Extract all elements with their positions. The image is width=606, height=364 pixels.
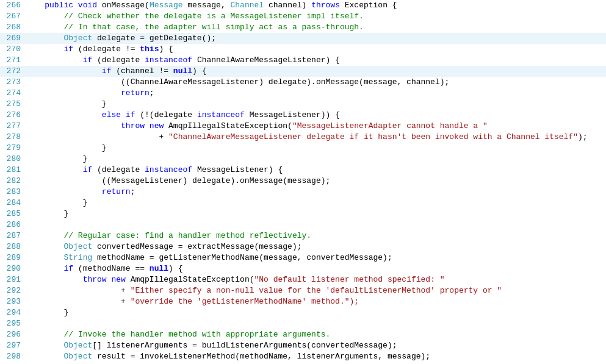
line-number: 275 [0,99,26,110]
line-number: 282 [0,176,26,187]
line-content: + "ChannelAwareMessageListener delegate … [26,132,588,143]
token: (delegate != [73,45,140,54]
token: new [150,121,164,130]
code-line: 272 if (channel != null) { [0,66,606,77]
line-content: } [26,143,107,154]
line-number: 276 [0,110,26,121]
line-content: throw new AmqpIllegalStateException("Mes… [26,121,488,132]
token: ) { [192,66,206,76]
token: Object [63,242,92,251]
code-line: 298 Object result = invokeListenerMethod… [0,351,606,362]
token: "ChannelAwareMessageListener delegate if… [168,132,578,141]
line-number: 278 [0,132,26,143]
token [121,110,126,120]
token: throw [121,121,145,130]
code-line: 287 // Regular case: find a handler meth… [0,230,606,241]
token: // Check whether the delegate is a Messa… [63,12,363,21]
token: + [26,286,131,295]
token [26,275,83,284]
line-content: } [26,99,107,110]
token: + [26,132,168,141]
code-line: 278 + "ChannelAwareMessageListener deleg… [0,132,606,143]
token: "override the 'getListenerMethodName' me… [131,297,359,306]
token: instanceof [145,55,192,65]
token: } [26,209,68,218]
token: MessageListener) { [192,165,283,174]
token [26,55,83,65]
token: (delegate [92,165,145,174]
code-line: 279 } [0,143,606,154]
code-line: 286 [0,219,606,230]
token: methodName = getListenerMethodName(messa… [92,253,392,262]
line-content: Object result = invokeListenerMethod(met… [26,351,430,362]
line-content: Object delegate = getDelegate(); [26,33,216,44]
line-content: if (delegate != this) { [26,44,173,55]
token: convertedMessage = extractMessage(messag… [92,242,301,251]
line-number: 285 [0,209,26,219]
line-content: // In that case, the adapter will simply… [26,22,364,33]
code-line: 289 String methodName = getListenerMetho… [0,252,606,263]
token: (channel != [111,66,173,76]
token: } [26,198,87,207]
token: (!(delegate [135,110,197,120]
token [26,264,63,273]
token: result = invokeListenerMethod(methodName… [92,352,430,361]
line-number: 287 [0,230,26,241]
code-line: 297 Object[] listenerArguments = buildLi… [0,340,606,351]
token [26,352,63,361]
line-content: ((ChannelAwareMessageListener) delegate)… [26,77,449,88]
code-line: 284 } [0,198,606,209]
token [26,110,102,120]
code-line: 290 if (methodName == null) { [0,263,606,274]
token: this [140,45,159,54]
token: Object [63,352,92,361]
line-number: 267 [0,11,26,22]
code-line: 273 ((ChannelAwareMessageListener) deleg… [0,77,606,88]
code-line: 275 } [0,99,606,110]
token: Message [150,1,183,10]
token: public [45,1,73,10]
token [145,121,150,130]
token: else [102,110,121,120]
line-number: 268 [0,22,26,33]
line-content: } [26,209,68,219]
code-line: 268 // In that case, the adapter will si… [0,22,606,33]
code-editor: 266 public void onMessage(Message messag… [0,0,606,364]
token: delegate = getDelegate(); [92,34,216,43]
code-line: 276 else if (!(delegate instanceof Messa… [0,110,606,121]
code-line: 277 throw new AmqpIllegalStateException(… [0,121,606,132]
line-content: } [26,198,87,209]
token: ; [131,187,135,196]
line-content: if (methodName == null) { [26,263,182,274]
line-number: 283 [0,187,26,198]
token: ChannelAwareMessageListener) { [192,55,340,65]
code-line: 288 Object convertedMessage = extractMes… [0,241,606,252]
code-line: 267 // Check whether the delegate is a M… [0,11,606,22]
token: } [26,143,107,152]
code-line: 283 return; [0,187,606,198]
token: instanceof [197,110,245,120]
token: ; [150,88,154,98]
code-line: 285 } [0,209,606,219]
line-number: 297 [0,340,26,351]
token: message, [183,1,231,10]
token: (methodName == [73,264,150,273]
token: // In that case, the adapter will simply… [63,23,363,32]
line-content: } [26,154,87,165]
line-number: 284 [0,198,26,209]
token [26,187,102,196]
line-number: 270 [0,44,26,55]
token: null [173,66,192,76]
line-content: + "override the 'getListenerMethodName' … [26,296,359,307]
code-line: 271 if (delegate instanceof ChannelAware… [0,55,606,66]
line-content [26,318,31,329]
line-number: 291 [0,274,26,285]
token: Object [63,341,92,350]
line-number: 269 [0,33,26,44]
token: return [121,88,150,98]
token: if [83,55,93,65]
code-line: 291 throw new AmqpIllegalStateException(… [0,274,606,285]
token [26,242,63,251]
line-content: ((MessageListener) delegate).onMessage(m… [26,176,330,187]
token: // Invoke the handler method with approp… [63,330,330,339]
